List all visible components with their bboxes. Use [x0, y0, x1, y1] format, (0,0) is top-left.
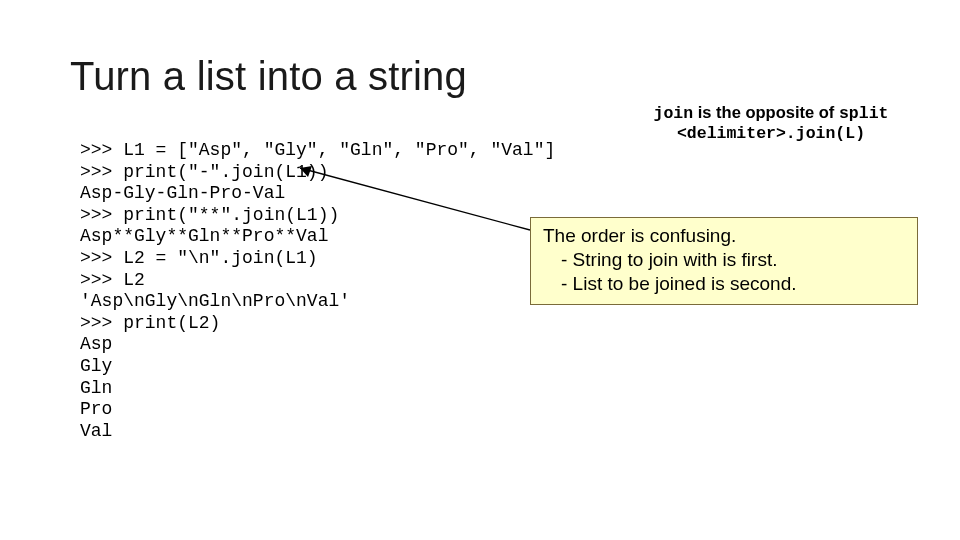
code-line: Gly: [80, 356, 112, 376]
code-line: Pro: [80, 399, 112, 419]
slide-title: Turn a list into a string: [70, 54, 467, 99]
top-annotation-mid: is the opposite of: [693, 103, 839, 121]
callout-box: The order is confusing. - String to join…: [530, 217, 918, 305]
callout-line: - List to be joined is second.: [543, 272, 907, 296]
code-line: Val: [80, 421, 112, 441]
code-line: >>> print(L2): [80, 313, 220, 333]
code-line: >>> L1 = ["Asp", "Gly", "Gln", "Pro", "V…: [80, 140, 555, 160]
callout-line: The order is confusing.: [543, 224, 907, 248]
code-line: Asp: [80, 334, 112, 354]
code-line: Asp-Gly-Gln-Pro-Val: [80, 183, 285, 203]
callout-line: - String to join with is first.: [543, 248, 907, 272]
code-line: >>> print("-".join(L1)): [80, 162, 328, 182]
code-line: Gln: [80, 378, 112, 398]
code-block: >>> L1 = ["Asp", "Gly", "Gln", "Pro", "V…: [80, 140, 555, 442]
code-line: >>> L2 = "\n".join(L1): [80, 248, 318, 268]
code-line: >>> print("**".join(L1)): [80, 205, 339, 225]
top-annotation-join: join: [654, 104, 694, 123]
code-line: 'Asp\nGly\nGln\nPro\nVal': [80, 291, 350, 311]
top-annotation: join is the opposite of split <delimiter…: [601, 103, 941, 144]
top-annotation-split: split: [839, 104, 889, 123]
code-line: Asp**Gly**Gln**Pro**Val: [80, 226, 328, 246]
top-annotation-syntax: <delimiter>.join(L): [677, 124, 865, 143]
code-line: >>> L2: [80, 270, 145, 290]
